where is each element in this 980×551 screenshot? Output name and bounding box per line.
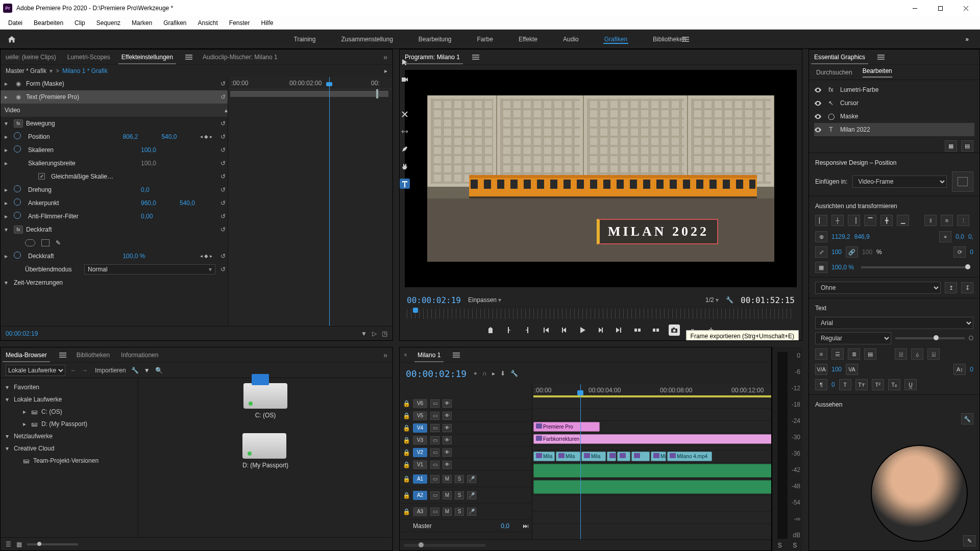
track-tag[interactable]: A1 xyxy=(413,474,427,484)
layer-name[interactable]: Maske xyxy=(840,113,858,120)
tl-zoom-slider[interactable] xyxy=(404,544,485,547)
eg-pos-y[interactable]: 846,9 xyxy=(854,233,870,240)
tool-track-select-icon[interactable] xyxy=(400,74,410,85)
program-tab-menu-icon[interactable] xyxy=(472,55,479,60)
mb-tree-node[interactable]: ▾Netzlaufwerke xyxy=(3,430,136,442)
align-left-icon[interactable]: ▏ xyxy=(815,215,827,226)
text-align-center-icon[interactable]: ☰ xyxy=(831,348,844,360)
ec-item[interactable]: ▸◉Text (Premiere Pro)↺ xyxy=(1,90,228,104)
ec-prop[interactable]: ▸Ankerpunkt960,0540,0↺ xyxy=(1,196,228,210)
mb-tab[interactable]: Informationen xyxy=(120,348,159,362)
ec-icon-2[interactable]: ◳ xyxy=(382,330,387,337)
track-rec[interactable]: 🎤 xyxy=(467,475,476,483)
master-value[interactable]: 0,0 xyxy=(501,522,509,530)
audio-clip[interactable] xyxy=(533,480,771,494)
track-toggle-output[interactable]: 👁 xyxy=(443,412,452,420)
mb-back-button[interactable]: ← xyxy=(70,367,77,374)
workspace-bearbeitung[interactable]: Bearbeitung xyxy=(418,31,453,48)
menu-ansicht[interactable]: Ansicht xyxy=(192,18,223,28)
menu-grafiken[interactable]: Grafiken xyxy=(158,18,191,28)
clip[interactable]: Mila xyxy=(581,452,606,461)
lift-button[interactable] xyxy=(632,324,643,336)
text-valign-mid-icon[interactable]: ⍙ xyxy=(911,348,923,360)
menu-bearbeiten[interactable]: Bearbeiten xyxy=(29,18,68,28)
eg-layer[interactable]: ↖Cursor xyxy=(814,96,974,110)
text-align-right-icon[interactable]: ≣ xyxy=(848,348,860,360)
eg-font-select[interactable]: Arial xyxy=(815,317,973,329)
track-toggle-sync[interactable]: ▭ xyxy=(430,399,439,408)
track-toggle-sync[interactable]: ▭ xyxy=(430,424,439,432)
ec-tab[interactable]: uelle: (keine Clips) xyxy=(5,51,57,64)
mark-in-button[interactable] xyxy=(503,324,514,336)
workspace-menu-icon[interactable] xyxy=(682,37,689,42)
window-maximize-button[interactable] xyxy=(929,1,951,15)
mb-filter-icon[interactable]: ▼ xyxy=(144,367,150,374)
track-toggle-output[interactable]: 👁 xyxy=(443,448,452,457)
ec-checkbox[interactable]: Gleichmäßige Skalie…↺ xyxy=(1,170,228,183)
step-fwd-button[interactable] xyxy=(595,324,606,336)
program-scrubber[interactable] xyxy=(407,309,795,319)
eg-layer[interactable]: ◯Maske xyxy=(814,110,974,123)
track-toggle-sync[interactable]: ▭ xyxy=(430,412,439,420)
track-toggle-sync[interactable]: ▭ xyxy=(430,491,439,499)
track-tag[interactable]: V5 xyxy=(413,411,427,420)
tool-slip-icon[interactable] xyxy=(400,127,410,137)
eg-anchor-x[interactable]: 0,0 xyxy=(955,233,964,240)
ec-group[interactable]: ▾Zeit-Verzerrungen xyxy=(1,276,228,289)
eg-subtab[interactable]: Durchsuchen xyxy=(816,69,852,76)
text-justify-icon[interactable]: ▤ xyxy=(864,348,876,360)
eg-pos-x[interactable]: 1129,2 xyxy=(831,233,850,240)
layer-name[interactable]: Milan 2022 xyxy=(840,126,870,133)
clip[interactable]: Mila xyxy=(533,452,555,461)
sub-icon[interactable]: T₂ xyxy=(888,379,900,390)
track-toggle-output[interactable]: 👁 xyxy=(443,399,452,408)
mb-fwd-button[interactable]: → xyxy=(82,367,88,374)
tl-tool-marker-icon[interactable]: ▸ xyxy=(492,370,495,377)
ec-prop[interactable]: ▸Skalieren100,0↺ xyxy=(1,143,228,157)
lock-icon[interactable]: 🔒 xyxy=(403,492,410,499)
lock-icon[interactable]: 🔒 xyxy=(403,449,410,456)
ec-tab[interactable]: Effekteinstellungen xyxy=(120,51,174,64)
program-tc-left[interactable]: 00:00:02:19 xyxy=(407,295,461,305)
ec-icon-1[interactable]: ▷ xyxy=(372,330,377,337)
clip[interactable]: Farbkorrekturen xyxy=(533,434,771,444)
eg-rot[interactable]: 0 xyxy=(970,248,973,256)
window-close-button[interactable] xyxy=(954,1,977,15)
ec-play-icon[interactable]: ▸ xyxy=(384,67,387,74)
step-back-button[interactable] xyxy=(558,324,570,336)
export-frame-button[interactable] xyxy=(669,324,680,336)
menu-clip[interactable]: Clip xyxy=(69,18,90,28)
eye-icon[interactable] xyxy=(814,99,822,107)
tool-type-icon[interactable] xyxy=(400,179,410,189)
workspace-zusammenstellung[interactable]: Zusammenstellung xyxy=(340,31,394,48)
mb-tree-node[interactable]: 🖴Team-Projekt-Versionen xyxy=(3,455,136,467)
layer-name[interactable]: Lumetri-Farbe xyxy=(840,86,878,93)
ec-item[interactable]: ▸◉Form (Maske)↺ xyxy=(1,77,228,90)
track-toggle-output[interactable]: 👁 xyxy=(443,436,452,444)
essential-graphics-tab[interactable]: Essential Graphics xyxy=(813,51,866,64)
timeline-tab[interactable]: Milano 1 xyxy=(416,348,442,362)
drive-thumb[interactable] xyxy=(243,383,287,409)
mb-tree-node[interactable]: ▸🖴D: (My Passport) xyxy=(3,418,136,430)
ec-prop[interactable]: ▸Position806,2540,0◂ ◆ ▸↺ xyxy=(1,130,228,143)
smallcaps-icon[interactable]: Tᴛ xyxy=(855,379,868,390)
tl-tool-link-icon[interactable]: ∩ xyxy=(482,370,487,377)
ec-prop[interactable]: ▸Drehung0,0↺ xyxy=(1,183,228,196)
track-toggle-sync[interactable]: ▭ xyxy=(430,475,439,483)
clip[interactable]: Mil xyxy=(651,452,666,461)
eg-layer[interactable]: TMilan 2022 xyxy=(814,123,974,136)
tool-razor-icon[interactable] xyxy=(400,109,410,119)
ec-clip-label[interactable]: Milano 1 * Grafik xyxy=(62,67,108,74)
track-toggle-sync[interactable]: ▭ xyxy=(430,448,439,457)
clip[interactable] xyxy=(607,452,616,461)
lock-icon[interactable]: 🔒 xyxy=(403,424,410,432)
goto-in-button[interactable] xyxy=(540,324,551,336)
mb-wrench-icon[interactable]: 🔧 xyxy=(131,367,139,374)
home-button[interactable] xyxy=(7,35,16,43)
text-valign-top-icon[interactable]: ⍐ xyxy=(895,348,907,360)
ec-mask-tools[interactable]: ✎ xyxy=(1,236,228,249)
tool-pen-icon[interactable] xyxy=(400,144,410,154)
lock-icon[interactable]: 🔒 xyxy=(403,437,410,444)
ec-tab[interactable]: Audioclip-Mischer: Milano 1 xyxy=(202,51,279,64)
track-toggle-output[interactable]: 👁 xyxy=(443,461,452,469)
